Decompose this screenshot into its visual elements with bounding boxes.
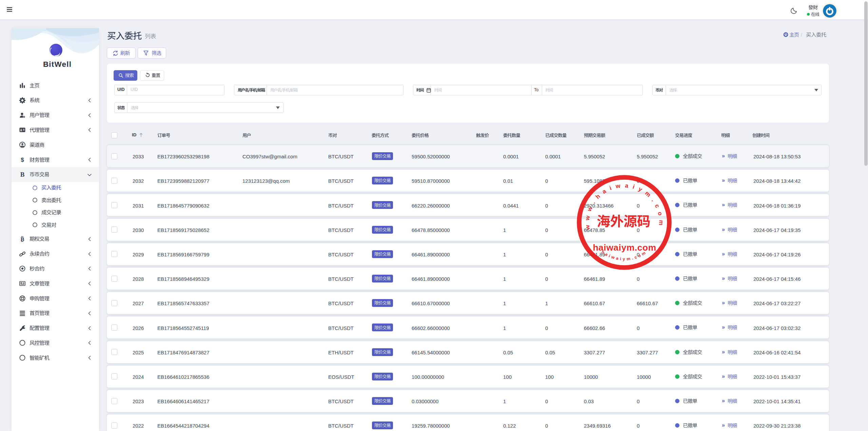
- svg-text:haiwaiym.com: haiwaiym.com: [593, 242, 656, 253]
- svg-text:$: $: [21, 157, 24, 163]
- svg-text:B: B: [20, 236, 24, 242]
- svg-text:B: B: [20, 171, 25, 178]
